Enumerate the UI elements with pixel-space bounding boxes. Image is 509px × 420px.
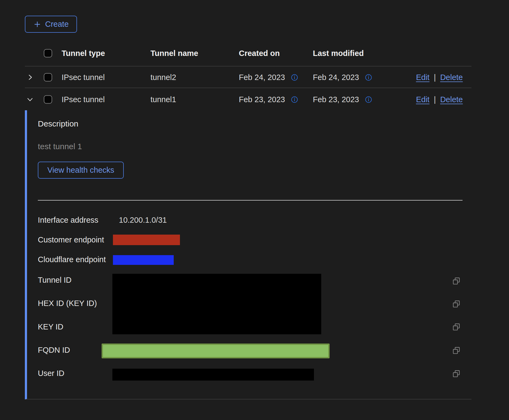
- expanded-tunnel-detail-panel: Description test tunnel 1 View health ch…: [25, 110, 471, 399]
- tunnel-type-cell: IPsec tunnel: [62, 95, 105, 104]
- table-row: IPsec tunnel tunnel2 Feb 24, 2023 Feb 24…: [25, 67, 471, 88]
- description-value: test tunnel 1: [38, 142, 82, 151]
- column-header-created-on: Created on: [239, 49, 280, 58]
- table-row: IPsec tunnel tunnel1 Feb 23, 2023 Feb 23…: [25, 89, 471, 110]
- copy-fqdn-id-button[interactable]: [452, 346, 460, 355]
- plus-icon: [33, 20, 41, 28]
- last-modified-cell: Feb 24, 2023: [313, 73, 359, 82]
- chevron-down-icon: [26, 95, 34, 104]
- cloudflare-endpoint-redacted-value: [113, 255, 174, 265]
- copy-user-id-button[interactable]: [452, 370, 460, 378]
- interface-address-value: 10.200.1.0/31: [119, 216, 167, 225]
- tunnel-name-cell: tunnel2: [150, 73, 176, 82]
- column-header-last-modified: Last modified: [313, 49, 364, 58]
- field-label-interface-address: Interface address: [38, 216, 98, 225]
- row-checkbox[interactable]: [44, 95, 52, 104]
- view-health-checks-label: View health checks: [47, 166, 114, 175]
- field-label-hex-id: HEX ID (KEY ID): [38, 299, 97, 308]
- copy-hex-id-button[interactable]: [452, 300, 460, 308]
- collapse-row-button[interactable]: [26, 94, 37, 105]
- edit-link[interactable]: Edit: [416, 73, 430, 82]
- field-label-fqdn-id: FQDN ID: [38, 346, 70, 355]
- fqdn-id-redacted-value: [102, 344, 330, 358]
- tunnel-hex-key-ids-redacted-value: [112, 274, 321, 334]
- copy-key-id-button[interactable]: [452, 323, 460, 331]
- info-icon[interactable]: [291, 96, 298, 103]
- delete-link[interactable]: Delete: [440, 95, 463, 104]
- column-header-tunnel-type: Tunnel type: [62, 49, 105, 58]
- field-label-user-id: User ID: [38, 369, 64, 378]
- created-on-cell: Feb 24, 2023: [239, 73, 285, 82]
- column-header-tunnel-name: Tunnel name: [150, 49, 198, 58]
- table-header-row: Tunnel type Tunnel name Created on Last …: [25, 41, 471, 66]
- copy-icon: [452, 300, 460, 308]
- customer-endpoint-redacted-value: [113, 235, 180, 245]
- row-checkbox[interactable]: [44, 73, 52, 82]
- copy-icon: [452, 370, 460, 378]
- select-all-checkbox[interactable]: [44, 49, 52, 58]
- copy-icon: [452, 346, 460, 355]
- view-health-checks-button[interactable]: View health checks: [38, 162, 124, 179]
- field-label-tunnel-id: Tunnel ID: [38, 276, 72, 285]
- field-label-cloudflare-endpoint: Cloudflare endpoint: [38, 255, 106, 264]
- expand-row-button[interactable]: [26, 72, 37, 83]
- tunnel-name-cell: tunnel1: [150, 95, 176, 104]
- info-icon[interactable]: [291, 74, 298, 81]
- copy-icon: [452, 277, 460, 285]
- action-separator: |: [434, 95, 436, 104]
- description-label: Description: [38, 119, 78, 128]
- create-button-label: Create: [45, 20, 69, 29]
- tunnel-type-cell: IPsec tunnel: [62, 73, 105, 82]
- delete-link[interactable]: Delete: [440, 73, 463, 82]
- field-label-key-id: KEY ID: [38, 322, 63, 331]
- action-separator: |: [434, 73, 436, 82]
- copy-icon: [452, 323, 460, 331]
- field-label-customer-endpoint: Customer endpoint: [38, 235, 104, 244]
- info-icon[interactable]: [365, 74, 372, 81]
- info-icon[interactable]: [365, 96, 372, 103]
- chevron-right-icon: [26, 73, 34, 81]
- create-button[interactable]: Create: [25, 16, 77, 33]
- panel-divider: [38, 200, 463, 201]
- created-on-cell: Feb 23, 2023: [239, 95, 285, 104]
- copy-tunnel-id-button[interactable]: [452, 277, 460, 285]
- last-modified-cell: Feb 23, 2023: [313, 95, 359, 104]
- edit-link[interactable]: Edit: [416, 95, 430, 104]
- user-id-redacted-value: [112, 369, 314, 381]
